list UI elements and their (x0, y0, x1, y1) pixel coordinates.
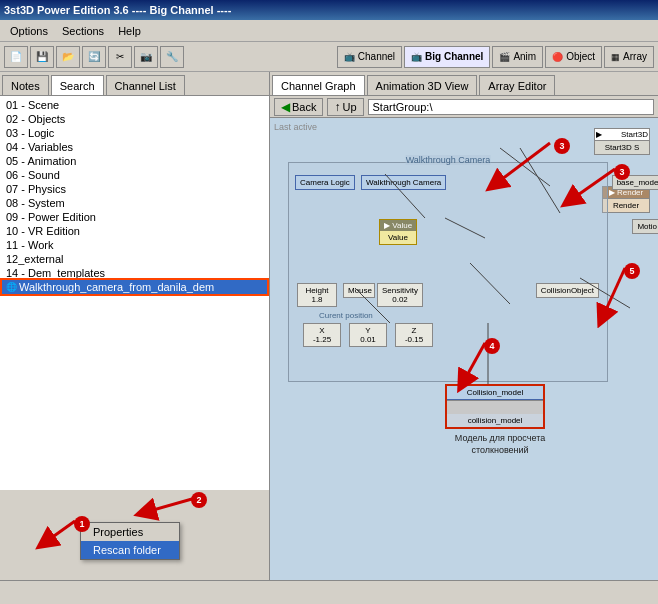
camera-logic-node[interactable]: Camera Logic (295, 175, 355, 190)
tree-item-selected[interactable]: 🌐 Walkthrough_camera_from_danila_dem (2, 280, 267, 294)
tree-item-2[interactable]: 03 - Logic (2, 126, 267, 140)
svg-line-3 (139, 497, 199, 514)
walkthrough-label: Walkthrough Camera (406, 155, 491, 165)
tree-item-8[interactable]: 09 - Power Edition (2, 210, 267, 224)
titlebar: 3st3D Power Edition 3.6 ---- Big Channel… (0, 0, 658, 20)
toolbar-anim[interactable]: 🎬 Anim (492, 46, 543, 68)
menu-options[interactable]: Options (4, 23, 54, 39)
value-node[interactable]: ▶ Value Value (379, 219, 417, 245)
tree-item-11[interactable]: 12_external (2, 252, 267, 266)
tree-item-4[interactable]: 05 - Animation (2, 154, 267, 168)
nav-path[interactable]: StartGroup:\ (368, 99, 654, 115)
start3d-label: Start3D S (595, 141, 649, 154)
ctx-rescan[interactable]: Rescan folder (81, 541, 179, 559)
menu-sections[interactable]: Sections (56, 23, 110, 39)
tree-item-3[interactable]: 04 - Variables (2, 140, 267, 154)
collision-model-top: Collision_model (447, 386, 543, 400)
z-node[interactable]: Z -0.15 (395, 323, 433, 347)
motion-node[interactable]: Motio (632, 219, 658, 234)
right-panel: Channel Graph Animation 3D View Array Ed… (270, 72, 658, 580)
tree-list: 01 - Scene 02 - Objects 03 - Logic 04 - … (0, 96, 269, 490)
mouse-node[interactable]: Mouse (343, 283, 375, 298)
toolbar-save[interactable]: 💾 (30, 46, 54, 68)
ctx-properties[interactable]: Properties (81, 523, 179, 541)
toolbar-open[interactable]: 📂 (56, 46, 80, 68)
tab-notes[interactable]: Notes (2, 75, 49, 95)
height-node[interactable]: Height 1.8 (297, 283, 337, 307)
red-arrow-2: 2 (129, 492, 209, 524)
tree-item-12[interactable]: 14 - Dem_templates (2, 266, 267, 280)
left-tabs: Notes Search Channel List (0, 72, 269, 96)
nav-up[interactable]: ↑ Up (327, 98, 363, 116)
x-node[interactable]: X -1.25 (303, 323, 341, 347)
tree-item-10[interactable]: 11 - Work (2, 238, 267, 252)
tab-channel-graph[interactable]: Channel Graph (272, 75, 365, 95)
title-text: 3st3D Power Edition 3.6 ---- Big Channel… (4, 4, 231, 16)
tab-channel-list[interactable]: Channel List (106, 75, 185, 95)
toolbar-big-channel[interactable]: 📺 Big Channel (404, 46, 490, 68)
channel-graph: ◀ Back ↑ Up StartGroup:\ Last active ▶St… (270, 96, 658, 580)
red-arrow-1: 1 (30, 516, 90, 558)
collision-model-separator (447, 400, 543, 414)
toolbar-array[interactable]: ▦ Array (604, 46, 654, 68)
tree-item-6[interactable]: 07 - Physics (2, 182, 267, 196)
tree-item-5[interactable]: 06 - Sound (2, 168, 267, 182)
tab-array-editor[interactable]: Array Editor (479, 75, 555, 95)
y-node[interactable]: Y 0.01 (349, 323, 387, 347)
last-active-label: Last active (274, 122, 317, 132)
main-layout: Notes Search Channel List 01 - Scene 02 … (0, 72, 658, 580)
render-label: Render (603, 199, 649, 212)
toolbar-extra[interactable]: 🔧 (160, 46, 184, 68)
sensitivity-node[interactable]: Sensitivity 0.02 (377, 283, 423, 307)
toolbar-new[interactable]: 📄 (4, 46, 28, 68)
toolbar-object[interactable]: 🔴 Object (545, 46, 602, 68)
left-panel: Notes Search Channel List 01 - Scene 02 … (0, 72, 270, 580)
collision-model-bottom: collision_model (447, 414, 543, 427)
statusbar (0, 580, 658, 602)
tree-item-0[interactable]: 01 - Scene (2, 98, 267, 112)
walkthrough-group: Walkthrough Camera Camera Logic Walkthro… (288, 162, 608, 382)
toolbar-refresh[interactable]: 🔄 (82, 46, 106, 68)
model-desc: Модель для просчета столкновений (440, 433, 560, 456)
graph-canvas: Last active ▶Start3D Start3D S ▶ Render … (270, 118, 658, 580)
right-tabs: Channel Graph Animation 3D View Array Ed… (270, 72, 658, 96)
render-node[interactable]: ▶ Render Render (602, 186, 650, 213)
toolbar: 📄 💾 📂 🔄 ✂ 📷 🔧 📺 Channel 📺 Big Channel 🎬 … (0, 42, 658, 72)
graph-nav: ◀ Back ↑ Up StartGroup:\ (270, 96, 658, 118)
collision-object-node[interactable]: CollisionObject (536, 283, 599, 298)
tree-item-1[interactable]: 02 - Objects (2, 112, 267, 126)
collision-model-box[interactable]: Collision_model collision_model (445, 384, 545, 429)
menubar: Options Sections Help (0, 20, 658, 42)
tree-item-7[interactable]: 08 - System (2, 196, 267, 210)
base-modell-node[interactable]: base_modell (612, 175, 658, 190)
start3d-node[interactable]: ▶Start3D Start3D S (594, 128, 650, 155)
tab-search[interactable]: Search (51, 75, 104, 95)
svg-line-1 (40, 521, 75, 546)
walkthrough-camera-node[interactable]: Walkthrough Camera (361, 175, 446, 190)
toolbar-channel[interactable]: 📺 Channel (337, 46, 402, 68)
context-menu: Properties Rescan folder (80, 522, 180, 560)
toolbar-camera[interactable]: 📷 (134, 46, 158, 68)
toolbar-cut[interactable]: ✂ (108, 46, 132, 68)
nav-back[interactable]: ◀ Back (274, 98, 323, 116)
current-position-label: Curent position (319, 311, 373, 320)
tree-item-9[interactable]: 10 - VR Edition (2, 224, 267, 238)
context-area: 1 Properties Rescan folder 2 (0, 490, 269, 580)
menu-help[interactable]: Help (112, 23, 147, 39)
tab-anim-3d[interactable]: Animation 3D View (367, 75, 478, 95)
